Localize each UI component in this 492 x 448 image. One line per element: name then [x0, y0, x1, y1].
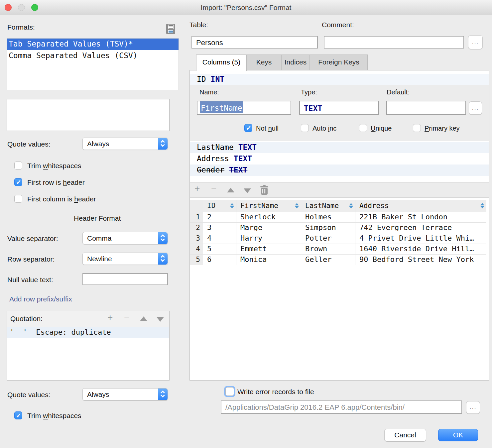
grid-cell[interactable]: Sherlock — [236, 212, 301, 222]
comment-more-button[interactable]: ... — [468, 35, 483, 49]
trim-whitespaces-checkbox[interactable] — [14, 162, 22, 169]
grid-header-lastname[interactable]: LastName — [301, 200, 355, 212]
floppy-shutter — [168, 30, 173, 33]
remove-column-icon[interactable]: − — [211, 183, 216, 193]
grid-header-id[interactable]: ID — [203, 200, 236, 212]
quote-values-value: Always — [87, 140, 109, 148]
save-format-icon[interactable] — [166, 24, 175, 34]
error-file-path-input[interactable]: /Applications/DataGrip 2016.2 EAP 6.app/… — [221, 400, 462, 414]
grid-cell[interactable]: 3 — [203, 223, 236, 233]
type-label: Type: — [301, 88, 317, 96]
table-name-input[interactable]: Persons — [191, 36, 318, 49]
grid-cell[interactable]: 4 — [203, 233, 236, 244]
select-arrows-icon — [158, 138, 168, 150]
error-file-path-value: /Applications/DataGrip 2016.2 EAP 6.app/… — [221, 401, 461, 412]
tab-indices[interactable]: Indices — [281, 55, 310, 70]
grid-cell[interactable]: 2 — [203, 212, 236, 222]
column-row-address[interactable]: Address TEXT — [190, 153, 489, 165]
not-null-checkbox[interactable] — [244, 124, 252, 132]
grid-cell[interactable]: Geller — [301, 255, 355, 265]
add-row-prefix-suffix-link[interactable]: Add row prefix/suffix — [9, 295, 72, 303]
move-up-icon[interactable] — [140, 316, 147, 321]
grid-row[interactable]: 2 3 Marge Simpson 742 Evergreen Terrace — [190, 223, 486, 233]
value-separator-select[interactable]: Comma — [82, 232, 168, 244]
column-name-input[interactable]: FirstName — [197, 101, 291, 115]
column-default-input[interactable] — [386, 101, 466, 115]
primary-key-label: Primary key — [425, 125, 460, 132]
quote-values2-label: Quote values: — [7, 391, 51, 399]
remove-quotation-icon[interactable]: − — [124, 312, 129, 322]
formats-label: Formats: — [7, 23, 35, 31]
quote-values2-select[interactable]: Always — [82, 388, 168, 400]
row-number: 4 — [190, 244, 203, 254]
add-column-icon[interactable]: + — [194, 184, 200, 193]
grid-cell[interactable]: Holmes — [301, 212, 355, 222]
move-column-up-icon[interactable] — [227, 188, 234, 192]
column-row-gender[interactable]: Gender TEXT — [190, 165, 489, 176]
grid-cell[interactable]: Harry — [236, 233, 301, 244]
tab-keys[interactable]: Keys — [247, 55, 281, 70]
grid-header-address[interactable]: Address — [355, 200, 486, 212]
tab-foreign-keys[interactable]: Foreign Keys — [310, 55, 368, 70]
column-row-id[interactable]: ID INT — [190, 74, 489, 85]
grid-cell[interactable]: Monica — [236, 255, 301, 265]
format-item-tsv[interactable]: Tab Separated Values (TSV)* — [7, 39, 179, 50]
grid-cell[interactable]: Emmett — [236, 244, 301, 254]
grid-cell[interactable]: Simpson — [301, 223, 355, 233]
grid-cell[interactable]: 5 — [203, 244, 236, 254]
sort-icon[interactable] — [295, 203, 299, 209]
null-value-input[interactable] — [82, 273, 168, 285]
grid-row[interactable]: 5 6 Monica Geller 90 Bedford Street New … — [190, 255, 486, 265]
select-arrows-icon — [158, 389, 168, 400]
formats-list: Tab Separated Values (TSV)* Comma Separa… — [7, 38, 179, 90]
grid-cell[interactable]: 221B Baker St London — [355, 212, 486, 222]
column-type-input[interactable]: TEXT — [299, 101, 379, 115]
trim-whitespaces2-checkbox[interactable] — [14, 411, 22, 419]
table-name-value: Persons — [192, 37, 317, 47]
grid-row[interactable]: 3 4 Harry Potter 4 Privet Drive Little W… — [190, 233, 486, 244]
primary-key-checkbox[interactable] — [413, 124, 421, 132]
first-row-header-checkbox[interactable] — [14, 178, 22, 186]
quotation-panel: Quotation: + − ' ' Escape: duplicate — [7, 311, 170, 381]
quotation-row[interactable]: ' ' Escape: duplicate — [7, 327, 169, 338]
grid-cell[interactable]: 1640 Riverside Drive Hill… — [355, 244, 486, 254]
auto-inc-checkbox[interactable] — [301, 124, 309, 132]
sort-icon[interactable] — [230, 203, 234, 209]
format-item-csv[interactable]: Comma Separated Values (CSV) — [7, 50, 179, 62]
grid-cell[interactable]: Marge — [236, 223, 301, 233]
row-number: 2 — [190, 223, 203, 233]
grid-cell[interactable]: Potter — [301, 233, 355, 244]
grid-cell[interactable]: 6 — [203, 255, 236, 265]
grid-header-firstname[interactable]: FirstName — [236, 200, 301, 212]
grid-cell[interactable]: 90 Bedford Street New York — [355, 255, 486, 265]
cancel-button[interactable]: Cancel — [384, 429, 426, 441]
row-number: 1 — [190, 212, 203, 222]
quotation-label: Quotation: — [10, 315, 43, 323]
sort-icon[interactable] — [349, 203, 353, 209]
move-down-icon[interactable] — [157, 317, 164, 322]
name-label: Name: — [199, 88, 219, 96]
ok-button[interactable]: OK — [438, 429, 478, 441]
comment-input[interactable] — [324, 36, 464, 49]
grid-cell[interactable]: 4 Privet Drive Little Whi… — [355, 233, 486, 244]
first-column-header-checkbox[interactable] — [14, 195, 22, 203]
unique-checkbox[interactable] — [359, 124, 367, 132]
error-file-more-button[interactable]: ... — [466, 401, 480, 414]
grid-cell[interactable]: 742 Evergreen Terrace — [355, 223, 486, 233]
default-label: Default: — [387, 88, 410, 96]
row-separator-label: Row separator: — [7, 255, 55, 263]
grid-row[interactable]: 4 5 Emmett Brown 1640 Riverside Drive Hi… — [190, 244, 486, 255]
column-row-lastname[interactable]: LastName TEXT — [190, 142, 489, 153]
quote-values-select[interactable]: Always — [82, 138, 168, 150]
default-more-button[interactable]: ... — [469, 101, 482, 115]
delete-all-icon[interactable] — [260, 185, 268, 195]
row-number: 5 — [190, 255, 203, 265]
sort-icon[interactable] — [480, 203, 484, 209]
grid-cell[interactable]: Brown — [301, 244, 355, 254]
write-error-records-checkbox[interactable] — [225, 387, 234, 396]
move-column-down-icon[interactable] — [244, 188, 251, 193]
row-separator-select[interactable]: Newline — [82, 253, 168, 265]
tab-columns[interactable]: Columns (5) — [196, 55, 247, 71]
add-quotation-icon[interactable]: + — [107, 313, 113, 322]
grid-row[interactable]: 1 2 Sherlock Holmes 221B Baker St London — [190, 212, 486, 223]
